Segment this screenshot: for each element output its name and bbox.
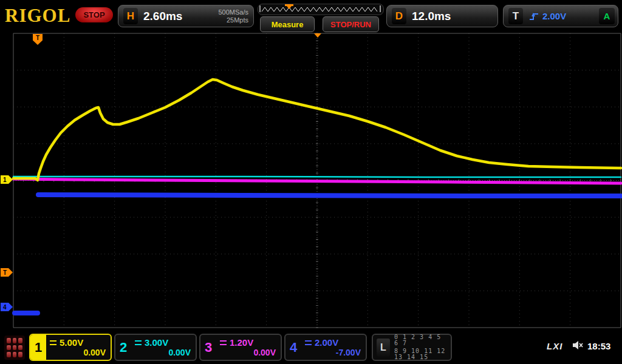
channel-menu-icon[interactable] bbox=[4, 335, 25, 360]
t-label: T bbox=[508, 8, 523, 24]
digital-channels-box[interactable]: L 0 1 2 3 4 5 6 7 8 9 10 11 12 13 14 15 bbox=[372, 334, 452, 361]
ch3-coupling-icon bbox=[220, 340, 227, 345]
graticule-and-waveforms bbox=[0, 0, 622, 364]
memory-position-strip[interactable] bbox=[258, 4, 384, 15]
memory-waveform-icon bbox=[258, 4, 382, 13]
rigol-logo: RIGOL bbox=[5, 5, 70, 27]
ch3-scale: 1.20V bbox=[230, 337, 253, 348]
clock: 18:53 bbox=[587, 341, 610, 351]
ch2-offset: 0.00V bbox=[135, 348, 191, 357]
delay-settings[interactable]: D 12.0ms bbox=[386, 5, 498, 27]
ch4-coupling-icon bbox=[305, 340, 312, 345]
oscilloscope-screen: RIGOL STOP H 2.60ms 500MSa/s 25Mpts Meas… bbox=[0, 0, 622, 364]
trigger-sweep-mode: A bbox=[599, 8, 615, 24]
status-bar: 1 5.00V 0.00V 2 3.00V 0.00V 3 1.20V 0.00… bbox=[0, 331, 622, 364]
channel-3-box[interactable]: 3 1.20V 0.00V bbox=[199, 334, 282, 361]
ch1-offset: 0.00V bbox=[50, 348, 106, 357]
d-label: D bbox=[392, 8, 406, 24]
channel-4-number: 4 bbox=[285, 335, 301, 360]
horizontal-settings[interactable]: H 2.60ms 500MSa/s 25Mpts bbox=[118, 5, 254, 27]
trigger-edge-icon bbox=[528, 11, 539, 22]
digital-label: L bbox=[377, 339, 390, 357]
channel-2-box[interactable]: 2 3.00V 0.00V bbox=[114, 334, 197, 361]
digital-row-1: 0 1 2 3 4 5 6 7 bbox=[394, 334, 447, 346]
sound-muted-icon[interactable] bbox=[572, 340, 584, 352]
run-state-badge: STOP bbox=[75, 7, 113, 22]
lxi-logo: LXI bbox=[547, 341, 562, 351]
ch4-offset: -7.00V bbox=[305, 348, 361, 357]
channel-2-number: 2 bbox=[115, 335, 131, 360]
ch2-scale: 3.00V bbox=[145, 337, 168, 348]
channel-1-box[interactable]: 1 5.00V 0.00V bbox=[29, 334, 112, 361]
digital-row-2: 8 9 10 11 12 13 14 15 bbox=[394, 348, 447, 360]
ch1-scale: 5.00V bbox=[60, 337, 83, 348]
ch4-scale: 2.00V bbox=[315, 337, 338, 348]
trigger-level-value: 2.00V bbox=[542, 11, 566, 21]
trigger-position-marker[interactable]: T bbox=[33, 34, 43, 45]
ch1-coupling-icon bbox=[50, 340, 56, 345]
ch2-coupling-icon bbox=[135, 340, 142, 345]
measure-button[interactable]: Measure bbox=[260, 16, 315, 32]
channel-3-number: 3 bbox=[200, 335, 216, 360]
channel-4-box[interactable]: 4 2.00V -7.00V bbox=[284, 334, 367, 361]
ch4-ground-marker[interactable]: 4 bbox=[1, 303, 13, 311]
trigger-settings[interactable]: T 2.00V A bbox=[503, 5, 618, 27]
channel-1-number: 1 bbox=[30, 335, 46, 360]
timebase-value: 2.60ms bbox=[143, 10, 182, 23]
ch1-ground-marker[interactable]: 1 bbox=[1, 175, 13, 184]
h-label: H bbox=[123, 8, 138, 24]
trigger-level-marker[interactable]: T bbox=[1, 268, 13, 277]
ch3-offset: 0.00V bbox=[220, 348, 276, 357]
stop-run-button[interactable]: STOP/RUN bbox=[323, 16, 379, 32]
delay-center-marker bbox=[314, 33, 321, 38]
memory-depth: 25Mpts bbox=[227, 16, 248, 24]
sample-rate: 500MSa/s bbox=[218, 8, 248, 16]
delay-value: 12.0ms bbox=[412, 10, 451, 23]
